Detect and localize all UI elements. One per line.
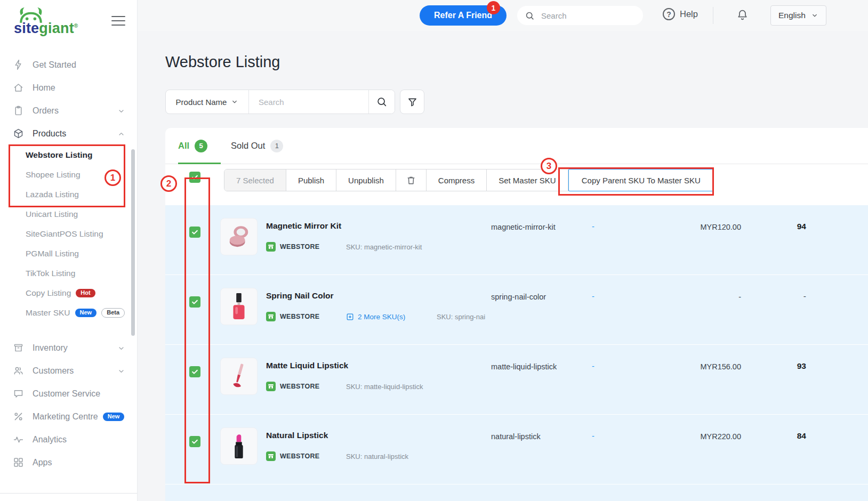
sidebar-item-master-sku[interactable]: Master SKUNewBeta — [0, 303, 137, 322]
table-row-partial[interactable] — [165, 484, 868, 501]
sku-text: SKU: natural-lipstick — [346, 452, 408, 460]
global-search-input[interactable] — [540, 11, 628, 21]
channel-label: WEBSTORE — [280, 243, 319, 250]
products-submenu: Webstore Listing Shopee Listing Lazada L… — [0, 145, 137, 322]
sidebar-nav: Get Started Home Orders Products Webstor… — [0, 53, 137, 474]
marketplace-link-cell[interactable]: - — [592, 292, 594, 301]
store-icon — [266, 312, 276, 321]
sidebar-item-home[interactable]: Home — [0, 76, 137, 99]
table-row[interactable]: Spring Nail Color WEBSTORE 2 More SKU(s)… — [165, 275, 868, 345]
price-cell: - — [672, 293, 741, 301]
bulk-action-toolbar: 7 Selected Publish Unpublish Compress Se… — [165, 164, 868, 205]
sidebar-item-customers[interactable]: Customers — [0, 359, 137, 382]
sku-text: SKU: magnetic-mirror-kit — [346, 243, 422, 251]
sidebar-item-label: Get Started — [33, 60, 76, 70]
listing-search-input[interactable] — [258, 97, 360, 107]
sidebar-item-marketing-centre[interactable]: Marketing Centre New — [0, 405, 137, 428]
product-name[interactable]: Magnetic Mirror Kit — [266, 221, 341, 231]
sidebar-item-copy-listing[interactable]: Copy ListingHot — [0, 283, 137, 303]
row-checkbox[interactable] — [189, 227, 200, 238]
parent-sku-cell: natural-lipstick — [491, 432, 541, 441]
help-button[interactable]: ? Help — [663, 8, 698, 20]
sidebar-item-apps[interactable]: Apps — [0, 451, 137, 474]
table-row[interactable]: Natural Lipstick WEBSTORE SKU: natural-l… — [165, 415, 868, 484]
product-name[interactable]: Spring Nail Color — [266, 291, 334, 301]
sidebar-item-tiktok-listing[interactable]: TikTok Listing — [0, 263, 137, 283]
language-selector[interactable]: English — [770, 5, 826, 26]
notification-bell-icon[interactable] — [736, 8, 749, 21]
logo-row: sitegiant® — [0, 0, 137, 45]
sidebar-item-products[interactable]: Products — [0, 122, 137, 145]
sidebar-item-pgmall-listing[interactable]: PGMall Listing — [0, 244, 137, 263]
percent-icon — [13, 411, 25, 423]
search-submit-button[interactable] — [368, 90, 395, 114]
page-title: Webstore Listing — [165, 53, 280, 71]
row-checkbox[interactable] — [189, 436, 200, 447]
tab-label: All — [178, 141, 189, 151]
hamburger-menu-icon[interactable] — [111, 16, 125, 26]
marketplace-link-cell[interactable]: - — [592, 362, 594, 370]
app-root: sitegiant® Get Started Home Orders Produ… — [0, 0, 868, 501]
sidebar-item-shopee-listing[interactable]: Shopee Listing — [0, 165, 137, 184]
store-icon — [266, 242, 276, 252]
chevron-down-icon — [231, 98, 238, 106]
store-icon — [266, 451, 276, 461]
search-icon — [376, 96, 388, 108]
sidebar-item-label: Inventory — [33, 343, 68, 353]
trash-icon — [406, 175, 416, 185]
liquid-lipstick-image — [227, 361, 251, 392]
product-name[interactable]: Matte Liquid Lipstick — [266, 361, 348, 370]
publish-button[interactable]: Publish — [286, 169, 336, 191]
sidebar-item-unicart-listing[interactable]: Unicart Listing — [0, 204, 137, 224]
hot-badge: Hot — [76, 289, 95, 297]
listing-search-combo: Product Name — [165, 90, 395, 114]
logo-giant: giant — [39, 20, 74, 36]
unpublish-button[interactable]: Unpublish — [336, 169, 396, 191]
language-label: English — [778, 11, 806, 20]
row-checkbox[interactable] — [189, 296, 200, 308]
sidebar-item-analytics[interactable]: Analytics — [0, 428, 137, 451]
product-meta-line: WEBSTORE SKU: magnetic-mirror-kit — [266, 240, 422, 253]
question-circle-icon: ? — [663, 8, 675, 20]
sidebar-scrollbar-thumb[interactable] — [131, 149, 135, 336]
product-image — [220, 288, 258, 325]
sidebar-item-customer-service[interactable]: Customer Service — [0, 382, 137, 405]
marketplace-link-cell[interactable]: - — [592, 222, 594, 231]
tab-count-badge: 1 — [270, 140, 283, 152]
sku-text: SKU: spring-nai — [437, 313, 485, 321]
channel-badge: WEBSTORE — [266, 242, 346, 252]
tab-all[interactable]: All 5 — [178, 140, 207, 152]
sidebar-item-label: Products — [33, 129, 66, 139]
bulk-action-button-group: 7 Selected Publish Unpublish Compress Se… — [224, 169, 714, 191]
search-field-selector[interactable]: Product Name — [166, 90, 249, 114]
bolt-icon — [13, 59, 25, 71]
sidebar-item-orders[interactable]: Orders — [0, 99, 137, 122]
sidebar-item-sitegiantpos-listing[interactable]: SiteGiantPOS Listing — [0, 224, 137, 244]
sidebar-item-lazada-listing[interactable]: Lazada Listing — [0, 184, 137, 204]
table-row[interactable]: Magnetic Mirror Kit WEBSTORE SKU: magnet… — [165, 205, 868, 275]
filter-button[interactable] — [400, 90, 424, 114]
delete-button[interactable] — [396, 169, 427, 191]
set-master-sku-button[interactable]: Set Master SKU — [487, 169, 568, 191]
parent-sku-cell: magnetic-mirror-kit — [491, 223, 556, 231]
chevron-up-icon — [117, 130, 125, 138]
product-name[interactable]: Natural Lipstick — [266, 431, 328, 440]
sidebar-item-inventory[interactable]: Inventory — [0, 336, 137, 359]
table-row[interactable]: Matte Liquid Lipstick WEBSTORE SKU: matt… — [165, 345, 868, 415]
funnel-icon — [407, 96, 418, 108]
marketplace-link-cell[interactable]: - — [592, 432, 594, 440]
channel-badge: WEBSTORE — [266, 312, 346, 321]
tab-sold-out[interactable]: Sold Out 1 — [231, 140, 283, 152]
sidebar-item-label: Customers — [33, 366, 74, 376]
select-all-checkbox[interactable] — [189, 172, 200, 183]
row-checkbox[interactable] — [189, 366, 200, 377]
sub-item-label: Copy Listing — [26, 288, 71, 298]
compress-button[interactable]: Compress — [427, 169, 487, 191]
channel-badge: WEBSTORE — [266, 451, 346, 461]
copy-parent-sku-button[interactable]: Copy Parent SKU To Master SKU — [568, 169, 714, 191]
global-search-box[interactable] — [517, 6, 643, 25]
more-skus-link[interactable]: 2 More SKU(s) — [346, 313, 437, 321]
tab-label: Sold Out — [231, 141, 265, 151]
sidebar-item-webstore-listing[interactable]: Webstore Listing — [0, 145, 137, 165]
sidebar-item-get-started[interactable]: Get Started — [0, 53, 137, 76]
